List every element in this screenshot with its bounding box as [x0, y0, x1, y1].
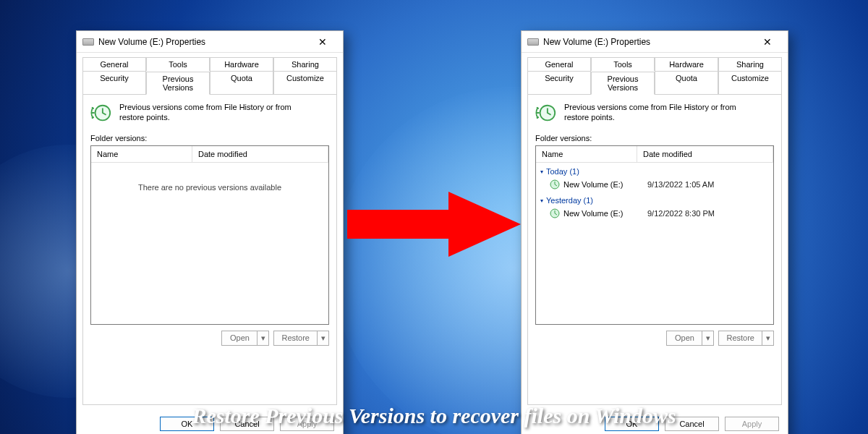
group-header[interactable]: ▾ Today (1) [536, 163, 773, 177]
tab-tools[interactable]: Tools [591, 57, 655, 71]
list-item[interactable]: New Volume (E:) 9/13/2022 1:05 AM [536, 177, 773, 192]
column-date[interactable]: Date modified [192, 146, 328, 162]
chevron-down-icon: ▾ [540, 197, 543, 204]
history-clock-icon [90, 102, 112, 124]
item-name: New Volume (E:) [563, 180, 647, 189]
folder-versions-label: Folder versions: [90, 134, 329, 142]
tab-strip: General Tools Hardware Sharing Security … [77, 53, 343, 405]
group-header[interactable]: ▾ Yesterday (1) [536, 192, 773, 206]
titlebar[interactable]: New Volume (E:) Properties ✕ [77, 31, 343, 53]
chevron-down-icon: ▾ [540, 169, 543, 175]
tab-panel: Previous versions come from File History… [527, 94, 782, 405]
empty-message: There are no previous versions available [91, 163, 328, 192]
tab-panel: Previous versions come from File History… [82, 94, 337, 405]
restore-button[interactable]: Restore [273, 331, 318, 346]
group-label: Yesterday (1) [546, 196, 593, 205]
list-item[interactable]: New Volume (E:) 9/12/2022 8:30 PM [536, 206, 773, 221]
item-date: 9/12/2022 8:30 PM [647, 209, 773, 218]
window-title: New Volume (E:) Properties [543, 37, 753, 47]
tab-hardware[interactable]: Hardware [210, 57, 273, 71]
drive-icon [527, 38, 539, 46]
tab-customize[interactable]: Customize [273, 71, 337, 94]
description-text: Previous versions come from File History… [564, 102, 745, 124]
tab-quota[interactable]: Quota [210, 71, 273, 94]
open-button[interactable]: Open [221, 331, 258, 346]
tab-tools[interactable]: Tools [146, 57, 210, 71]
column-name[interactable]: Name [536, 146, 637, 162]
restore-dropdown-icon[interactable]: ▾ [762, 331, 774, 346]
tab-previous-versions[interactable]: Previous Versions [591, 72, 655, 95]
tab-previous-versions[interactable]: Previous Versions [146, 72, 210, 95]
page-caption: Restore Previous Versions to recover fil… [0, 404, 868, 428]
history-clock-icon [535, 102, 557, 124]
tab-security[interactable]: Security [82, 71, 146, 94]
tab-general[interactable]: General [527, 57, 591, 71]
versions-listbox[interactable]: Name Date modified There are no previous… [90, 145, 329, 325]
drive-history-icon [549, 208, 561, 219]
close-icon[interactable]: ✕ [753, 31, 782, 52]
tab-hardware[interactable]: Hardware [655, 57, 718, 71]
group-label: Today (1) [546, 167, 579, 176]
description-text: Previous versions come from File History… [119, 102, 300, 124]
open-dropdown-icon[interactable]: ▾ [702, 331, 714, 346]
versions-listbox[interactable]: Name Date modified ▾ Today (1) New Volum… [535, 145, 774, 325]
close-icon[interactable]: ✕ [308, 31, 337, 52]
column-date[interactable]: Date modified [637, 146, 773, 162]
restore-button[interactable]: Restore [718, 331, 762, 346]
restore-dropdown-icon[interactable]: ▾ [318, 331, 329, 346]
item-date: 9/13/2022 1:05 AM [647, 180, 773, 189]
tab-customize[interactable]: Customize [718, 71, 782, 94]
window-title: New Volume (E:) Properties [98, 37, 308, 47]
tab-security[interactable]: Security [527, 71, 591, 94]
open-button[interactable]: Open [666, 331, 702, 346]
open-dropdown-icon[interactable]: ▾ [258, 331, 269, 346]
tab-quota[interactable]: Quota [655, 71, 718, 94]
tab-sharing[interactable]: Sharing [718, 57, 782, 71]
tab-general[interactable]: General [82, 57, 146, 71]
drive-icon [82, 38, 94, 46]
item-name: New Volume (E:) [563, 209, 647, 218]
arrow-icon [347, 188, 521, 260]
tab-sharing[interactable]: Sharing [273, 57, 337, 71]
properties-dialog-before: New Volume (E:) Properties ✕ General Too… [76, 30, 344, 434]
column-name[interactable]: Name [91, 146, 192, 162]
list-header: Name Date modified [91, 146, 328, 163]
drive-history-icon [549, 179, 561, 190]
titlebar[interactable]: New Volume (E:) Properties ✕ [522, 31, 788, 53]
folder-versions-label: Folder versions: [535, 134, 774, 142]
properties-dialog-after: New Volume (E:) Properties ✕ General Too… [521, 30, 788, 434]
tab-strip: General Tools Hardware Sharing Security … [522, 53, 788, 405]
list-header: Name Date modified [536, 146, 773, 163]
